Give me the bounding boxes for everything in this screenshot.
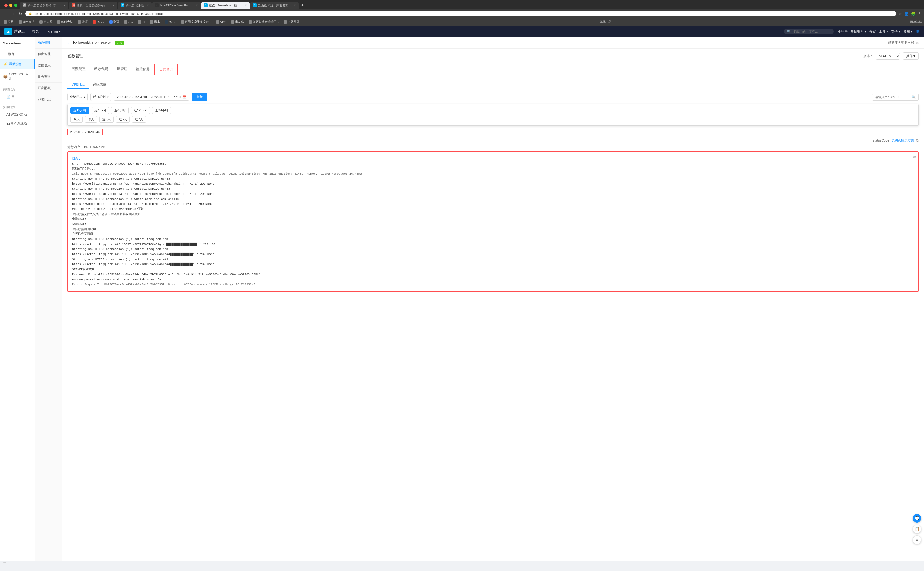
copy-icon[interactable]: ⧉ [913, 154, 916, 160]
tab-func-config[interactable]: 函数配置 [67, 64, 90, 75]
tab-3[interactable]: 腾 腾讯云-控制台 × [118, 2, 151, 9]
tab-close-6[interactable]: × [294, 3, 296, 7]
tab-log-query[interactable]: 日志查询 [154, 64, 178, 75]
sidebar-item-eb[interactable]: EB事件总线 ⧉ [0, 119, 35, 128]
app-logo[interactable]: ☁ 腾讯云 [4, 28, 25, 35]
help-doc-link[interactable]: 函数服务帮助文档 [888, 41, 914, 45]
bookmark-translate[interactable]: 翻译 [108, 19, 121, 25]
chat-float-button[interactable]: 💬 [913, 514, 921, 523]
minimize-button[interactable] [9, 4, 12, 7]
secondary-dev-quota[interactable]: 开发配额 [35, 83, 62, 94]
address-bar[interactable]: 🔒 console.cloud.tencent.com/scf/list-det… [25, 11, 896, 16]
quick-btn-12h[interactable]: 近12小时 [131, 107, 150, 114]
tab-close-2[interactable]: × [113, 3, 115, 7]
back-button[interactable]: ← [3, 11, 9, 16]
quick-btn-today[interactable]: 今天 [70, 116, 83, 123]
bookmark-vps[interactable]: VPS [215, 20, 228, 24]
time-preset-select[interactable]: 近15分钟 ▾ [90, 93, 111, 101]
bookmark-icon[interactable]: ☆ [898, 12, 902, 16]
tab-6[interactable]: 云 云函数 概述 - 开发者工具 - 文档... × [250, 2, 298, 9]
sidebar-item-serverless-app[interactable]: 📦 Serverless 应用 [0, 69, 35, 84]
close-button[interactable] [4, 4, 8, 7]
sidebar-item-layer[interactable]: 📄 层 [0, 93, 35, 102]
topnav-tools[interactable]: 工具 ▾ [879, 29, 888, 34]
sidebar-item-asw[interactable]: ASW工作流 ⧉ [0, 110, 35, 119]
topnav-overview[interactable]: 总览 [29, 29, 41, 34]
tab-5[interactable]: 云 概览 - Serverless - 控制台 × [201, 2, 250, 9]
sidebar-item-functions[interactable]: ⚡ 函数服务 [0, 59, 35, 69]
bookmark-shell[interactable]: 壳头网 [38, 19, 54, 25]
quick-btn-7d[interactable]: 近7天 [132, 116, 146, 123]
secondary-monitoring[interactable]: 监控信息 [35, 60, 62, 71]
profile-icon[interactable]: 👤 [904, 12, 909, 16]
bookmark-alf[interactable]: alf [136, 20, 147, 24]
func-back-button[interactable]: ← [67, 41, 71, 45]
bookmark-sucai[interactable]: 素材猫 [229, 19, 246, 25]
status-solution-link[interactable]: 说明及解决方案 [892, 138, 914, 143]
secondary-trigger-management[interactable]: 触发管理 [35, 49, 62, 60]
secondary-log-query[interactable]: 日志查询 [35, 71, 62, 83]
topnav-bei'an[interactable]: 备案 [869, 29, 876, 34]
bookmark-login[interactable]: 上网登陆 [282, 19, 301, 25]
time-range-picker[interactable]: 2022-01-12 15:54:10 ~ 2022-01-12 16:09:1… [114, 94, 189, 100]
topnav-billing[interactable]: 费用 ▾ [904, 29, 912, 34]
request-id-input[interactable] [875, 95, 910, 99]
bookmark-clash[interactable]: Clash [163, 20, 178, 24]
quick-btn-yesterday[interactable]: 昨天 [85, 116, 97, 123]
quick-btn-15min[interactable]: 近15分钟 [70, 107, 90, 114]
tab-2[interactable]: 超 超奥：自建云函数+前端事件 源... × [69, 2, 117, 9]
bookmark-gmail[interactable]: Gmail [91, 20, 106, 24]
other-bookmarks[interactable]: 其他书签 [600, 20, 612, 24]
bookmark-edu[interactable]: edu [122, 20, 134, 24]
secondary-func-management[interactable]: 函数管理 [35, 37, 62, 49]
bookmark-apps[interactable]: 应用 [2, 19, 15, 25]
forward-button[interactable]: → [10, 11, 16, 16]
bookmark-crack[interactable]: 破解大法 [56, 19, 74, 25]
log-subtab-call[interactable]: 调用日志 [67, 80, 89, 89]
docs-float-button[interactable]: 📋 [913, 525, 921, 533]
alf-label: alf [142, 20, 145, 24]
reload-button[interactable]: ↻ [18, 11, 23, 16]
tab-4[interactable]: G AutoZFBXiaoYuanFangYiSign/... × [152, 2, 201, 9]
topnav-miniapp[interactable]: 小程序 [838, 29, 848, 34]
bookmark-jiangxi[interactable]: 江西财经大学学工... [247, 19, 281, 25]
bookmark-read[interactable]: 读个鬼书 [17, 19, 36, 25]
secondary-deploy-log[interactable]: 部署日志 [35, 94, 62, 105]
quick-btn-1h[interactable]: 近1小时 [91, 107, 109, 114]
bookmark-xian[interactable]: 闲置安卓手机安装... [179, 19, 213, 25]
log-subtab-advanced[interactable]: 高级搜索 [89, 80, 110, 89]
reading-list[interactable]: 阅读清单 [910, 20, 922, 24]
quick-btn-24h[interactable]: 近24小时 [152, 107, 171, 114]
topnav-support[interactable]: 支持 ▾ [891, 29, 900, 34]
bookmark-juice[interactable]: 汁源 [76, 19, 90, 25]
maximize-button[interactable] [14, 4, 17, 7]
version-select[interactable]: $LATEST [876, 53, 900, 60]
quick-btn-5d[interactable]: 近5天 [116, 116, 130, 123]
quick-btn-3d[interactable]: 近3天 [99, 116, 114, 123]
topnav-group[interactable]: 集团账号 ▾ [851, 29, 866, 34]
tab-close-1[interactable]: × [64, 3, 66, 7]
extensions-icon[interactable]: 🧩 [911, 12, 915, 16]
topnav-search[interactable]: 🔍 [784, 29, 834, 34]
log-type-select[interactable]: 全部日志 ▾ [67, 93, 88, 101]
sidebar-item-overview[interactable]: ☰ 概览 [0, 49, 35, 59]
topnav-products[interactable]: 云产品 ▾ [45, 29, 63, 34]
tab-monitoring[interactable]: 监控信息 [132, 64, 154, 75]
action-button[interactable]: 操作 ▾ [903, 52, 919, 60]
menu-icon[interactable]: ⋮ [918, 12, 921, 16]
search-input[interactable] [793, 29, 830, 33]
menu-float-button[interactable]: ≡ [913, 536, 921, 544]
refresh-button[interactable]: 刷新 [192, 93, 207, 101]
request-id-search[interactable]: 🔍 [872, 94, 919, 100]
tab-func-code[interactable]: 函数代码 [90, 64, 113, 75]
tab-close-4[interactable]: × [196, 3, 198, 7]
bookmark-script[interactable]: 脚本 [148, 19, 162, 25]
expand-icon[interactable]: ☰ [3, 562, 7, 566]
tab-close-3[interactable]: × [147, 3, 149, 7]
quick-btn-6h[interactable]: 近6小时 [111, 107, 129, 114]
new-tab-button[interactable]: + [299, 2, 306, 9]
tab-close-5[interactable]: × [245, 3, 247, 7]
tab-1[interactable]: 搜 腾讯云云函数前端_百度搜索 × [20, 2, 68, 9]
tab-layer-mgmt[interactable]: 层管理 [113, 64, 132, 75]
user-avatar[interactable]: 👤 [916, 29, 920, 33]
